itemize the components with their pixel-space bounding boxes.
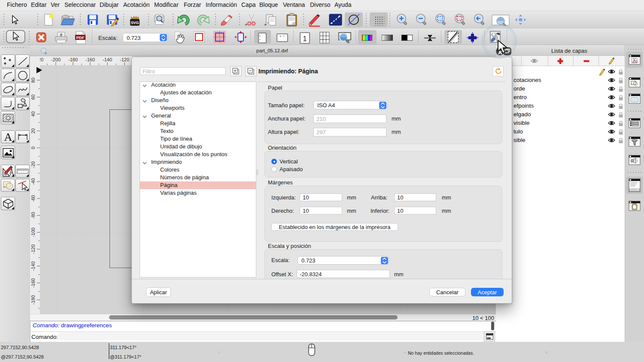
svg-text:A: A [4,131,12,142]
svg-text:-160: -160 [30,278,36,288]
svg-text:PDF: PDF [76,35,85,40]
svg-text:-200: -200 [51,57,61,62]
svg-text:+: + [245,22,247,27]
svg-text:60: 60 [30,94,36,100]
svg-text:1: 1 [303,35,307,43]
svg-text:-140: -140 [30,261,36,271]
svg-text:-140: -140 [103,57,112,62]
svg-text:+: + [264,22,267,27]
svg-text:-220: -220 [40,57,43,62]
svg-text:-160: -160 [85,57,95,62]
svg-text:SVG: SVG [131,21,139,25]
svg-text:-180: -180 [30,295,36,305]
svg-text:-40: -40 [30,178,36,185]
svg-text:-20: -20 [30,161,36,168]
svg-text:80: 80 [30,78,36,83]
svg-text:-180: -180 [68,57,78,62]
svg-text:0: 0 [30,147,36,149]
svg-text:-80: -80 [30,212,36,219]
svg-text:40: 40 [30,112,36,117]
svg-text:-100: -100 [30,228,36,237]
svg-text:20: 20 [30,128,36,133]
svg-text:-120: -120 [120,57,129,62]
svg-text:-120: -120 [30,244,36,254]
svg-text:-60: -60 [30,195,36,202]
